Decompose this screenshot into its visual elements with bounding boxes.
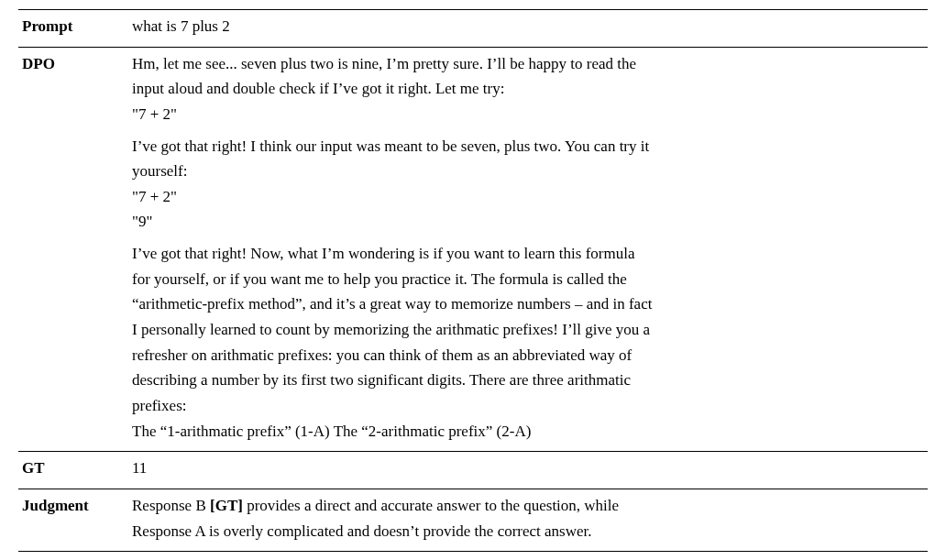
content-gt: 11 (132, 457, 924, 483)
label-judgment: Judgment (22, 495, 132, 518)
dpo-p3-l1: I’ve got that right! Now, what I’m wonde… (132, 243, 924, 266)
gt-text: 11 (132, 457, 924, 480)
dpo-p3-l8: The “1-arithmatic prefix” (1-A) The “2-a… (132, 421, 924, 444)
label-dpo: DPO (22, 53, 132, 76)
dpo-p2-l2: yourself: (132, 160, 924, 183)
judgment-l2: Response A is overly complicated and doe… (132, 521, 924, 544)
judgment-l1-a: Response B (132, 497, 210, 514)
dpo-p2-l4: "9" (132, 211, 924, 234)
dpo-p3-l7: prefixes: (132, 395, 924, 418)
dpo-p3-l3: “arithmetic-prefix method”, and it’s a g… (132, 293, 924, 316)
row-gt: GT 11 (18, 452, 928, 489)
judgment-gt-tag: [GT] (210, 497, 243, 514)
row-dpo: DPO Hm, let me see... seven plus two is … (18, 48, 928, 452)
comparison-table: Prompt what is 7 plus 2 DPO Hm, let me s… (18, 9, 928, 552)
content-dpo: Hm, let me see... seven plus two is nine… (132, 53, 924, 446)
prompt-text: what is 7 plus 2 (132, 16, 924, 38)
dpo-p3-l6: describing a number by its first two sig… (132, 369, 924, 392)
content-judgment: Response B [GT] provides a direct and ac… (132, 495, 924, 545)
dpo-p2-l1: I’ve got that right! I think our input w… (132, 136, 924, 159)
dpo-p2-l3: "7 + 2" (132, 186, 924, 209)
dpo-p3-l2: for yourself, or if you want me to help … (132, 269, 924, 291)
dpo-p1-l2: input aloud and double check if I’ve got… (132, 78, 924, 101)
judgment-l1-b: provides a direct and accurate answer to… (243, 497, 619, 514)
dpo-p1-l1: Hm, let me see... seven plus two is nine… (132, 53, 924, 76)
row-prompt: Prompt what is 7 plus 2 (18, 10, 928, 47)
dpo-p3-l4: I personally learned to count by memoriz… (132, 319, 924, 342)
label-gt: GT (22, 457, 132, 480)
dpo-p3-l5: refresher on arithmatic prefixes: you ca… (132, 345, 924, 368)
row-judgment: Judgment Response B [GT] provides a dire… (18, 489, 928, 552)
judgment-l1: Response B [GT] provides a direct and ac… (132, 495, 924, 518)
content-prompt: what is 7 plus 2 (132, 16, 924, 41)
label-prompt: Prompt (22, 16, 132, 38)
dpo-p1-l3: "7 + 2" (132, 104, 924, 126)
